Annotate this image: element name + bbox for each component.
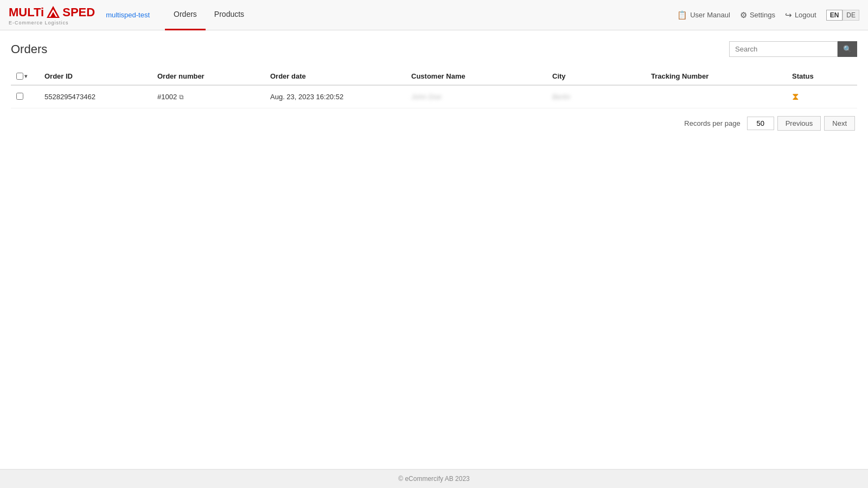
- col-header-customer-name: Customer Name: [406, 68, 547, 85]
- col-header-city: City: [547, 68, 646, 85]
- order-number-cell: #1002 ⧉: [152, 85, 265, 108]
- language-switcher: EN DE: [826, 10, 859, 21]
- order-number-value: #1002: [157, 93, 177, 101]
- lang-de-button[interactable]: DE: [843, 10, 859, 21]
- navbar: MULTi SPED E-Commerce Logistics multispe…: [0, 0, 868, 30]
- logo-sub: E-Commerce Logistics: [9, 20, 95, 25]
- search-icon: 🔍: [843, 45, 852, 53]
- page-header: Orders 🔍: [11, 41, 857, 57]
- page-title: Orders: [11, 42, 47, 56]
- search-box: 🔍: [729, 41, 857, 57]
- records-per-page-label: Records per page: [684, 119, 740, 127]
- gear-icon: ⚙: [740, 10, 747, 20]
- customer-name-value: John Doe: [411, 93, 442, 101]
- nav-right: 📋 User Manaul ⚙ Settings ↪ Logout EN DE: [677, 10, 859, 21]
- logout-icon: ↪: [785, 10, 792, 20]
- search-button[interactable]: 🔍: [838, 41, 857, 57]
- search-input[interactable]: [729, 41, 838, 57]
- order-date-cell: Aug. 23, 2023 16:20:52: [265, 85, 406, 108]
- user-manual-button[interactable]: 📋 User Manaul: [677, 10, 730, 20]
- table-row: 5528295473462 #1002 ⧉ Aug. 23, 2023 16:2…: [11, 85, 857, 108]
- table-header-row: ▾ Order ID Order number Order date Custo…: [11, 68, 857, 85]
- row-checkbox[interactable]: [16, 93, 23, 100]
- order-date-value: Aug. 23, 2023 16:20:52: [270, 93, 343, 101]
- col-header-order-number: Order number: [152, 68, 265, 85]
- col-header-order-date: Order date: [265, 68, 406, 85]
- order-number-link[interactable]: #1002 ⧉: [157, 93, 259, 101]
- col-header-tracking-number: Tracking Number: [646, 68, 787, 85]
- tracking-number-cell: [646, 85, 787, 108]
- select-all-checkbox[interactable]: [16, 73, 23, 80]
- logout-button[interactable]: ↪ Logout: [785, 10, 816, 20]
- nav-links: Orders Products: [165, 0, 677, 30]
- city-value: Berlin: [552, 93, 570, 101]
- logo: MULTi SPED E-Commerce Logistics: [9, 5, 95, 25]
- status-icon: ⧗: [792, 91, 799, 102]
- nav-orders[interactable]: Orders: [165, 0, 206, 30]
- logo-icon: [46, 5, 61, 20]
- select-all-header: ▾: [11, 68, 39, 85]
- footer-text: © eCommercify AB 2023: [398, 475, 470, 483]
- col-header-status: Status: [787, 68, 857, 85]
- orders-table: ▾ Order ID Order number Order date Custo…: [11, 68, 857, 108]
- col-header-order-id: Order ID: [39, 68, 152, 85]
- book-icon: 📋: [677, 10, 687, 20]
- pagination-bar: Records per page Previous Next: [11, 108, 857, 138]
- main-content: Orders 🔍 ▾ Order ID Order number Order d…: [0, 30, 868, 469]
- checkbox-dropdown-icon[interactable]: ▾: [24, 73, 27, 79]
- status-cell: ⧗: [787, 85, 857, 108]
- lang-en-button[interactable]: EN: [826, 10, 843, 21]
- order-id-value: 5528295473462: [44, 93, 95, 101]
- tenant-label: multisped-test: [106, 11, 150, 19]
- order-id-cell: 5528295473462: [39, 85, 152, 108]
- nav-products[interactable]: Products: [206, 0, 253, 30]
- footer: © eCommercify AB 2023: [0, 469, 868, 488]
- city-cell: Berlin: [547, 85, 646, 108]
- row-checkbox-cell: [11, 85, 39, 108]
- previous-button[interactable]: Previous: [777, 116, 821, 131]
- customer-name-cell: John Doe: [406, 85, 547, 108]
- next-button[interactable]: Next: [824, 116, 855, 131]
- settings-button[interactable]: ⚙ Settings: [740, 10, 775, 20]
- records-per-page-input[interactable]: [747, 117, 774, 130]
- external-link-icon: ⧉: [179, 93, 184, 101]
